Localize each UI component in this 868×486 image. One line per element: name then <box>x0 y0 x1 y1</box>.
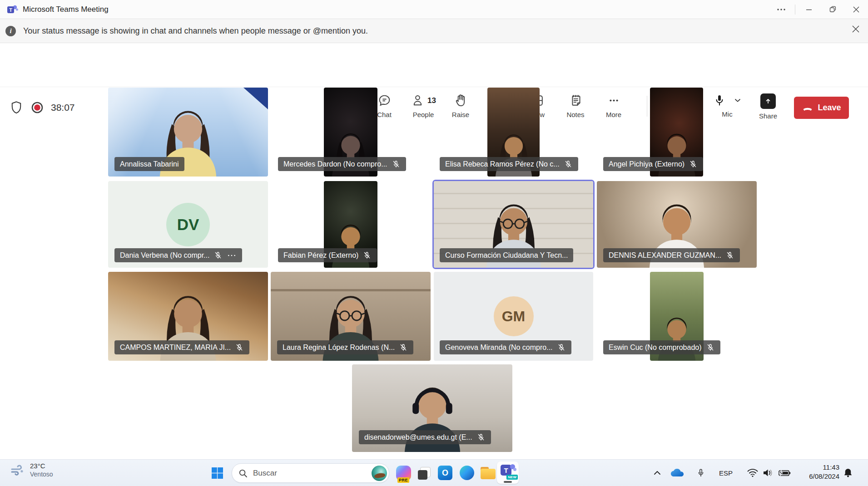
status-banner: i Your status message is showing in chat… <box>0 19 868 43</box>
security-shield-icon[interactable] <box>10 101 23 116</box>
mic-icon <box>713 93 726 107</box>
toolbar-divider <box>647 96 647 117</box>
people-count: 13 <box>427 96 436 105</box>
wind-icon <box>10 463 25 477</box>
onedrive-cloud-icon <box>669 468 684 478</box>
name-pill-curso: Curso Formación Ciudadana Y Tecn... <box>440 248 573 262</box>
close-window-button[interactable] <box>844 0 868 19</box>
windows-logo-icon <box>211 467 223 479</box>
bell-icon <box>843 467 853 478</box>
mic-chevron-down-icon[interactable] <box>734 97 741 103</box>
share-icon <box>760 93 776 109</box>
svg-text:T: T <box>9 7 12 12</box>
notes-icon <box>569 93 583 108</box>
tray-onedrive[interactable] <box>668 464 685 481</box>
wifi-icon <box>747 468 759 478</box>
tray-notifications[interactable] <box>839 464 857 481</box>
tile-more-options-button[interactable] <box>227 251 237 260</box>
mic-off-icon <box>706 343 715 352</box>
teams-meeting-window: T Microsoft Teams Meeting i Your status … <box>0 0 868 486</box>
windows-taskbar <box>0 459 868 486</box>
mic-off-icon <box>213 251 223 260</box>
caret-up-icon <box>653 470 661 476</box>
window-title: Microsoft Teams Meeting <box>23 5 109 14</box>
hangup-phone-icon <box>802 102 813 114</box>
notes-button[interactable]: Notes <box>559 93 592 118</box>
file-explorer-icon <box>481 467 496 479</box>
edge-icon <box>460 466 474 480</box>
banner-close-button[interactable] <box>852 25 860 35</box>
titlebar-more-button[interactable] <box>769 0 793 19</box>
tray-mic-in-use[interactable] <box>692 464 709 481</box>
meeting-toolbar: 38:07 Chat 13 People Raise <box>0 43 868 87</box>
raise-hand-button[interactable]: Raise <box>444 93 477 118</box>
avatar-genoveva: GM <box>494 296 534 336</box>
raise-hand-icon <box>454 93 468 108</box>
tray-wifi[interactable] <box>744 464 761 481</box>
taskbar-copilot-app[interactable]: PRE <box>395 464 412 481</box>
bing-daily-image[interactable] <box>372 466 387 481</box>
name-pill-mercedes: Mercedes Dardon (No compro... <box>278 157 406 171</box>
teams-logo-icon: T <box>6 4 18 15</box>
weather-condition: Ventoso <box>30 471 53 479</box>
meeting-timer: 38:07 <box>51 102 75 113</box>
taskbar-task-view-app[interactable] <box>416 464 433 481</box>
tray-mic-icon <box>696 467 705 478</box>
copilot-pre-badge: PRE <box>397 477 409 483</box>
battery-charging-icon <box>778 468 791 478</box>
task-view-icon <box>417 465 431 481</box>
mic-off-icon <box>235 343 244 352</box>
mic-button[interactable]: Mic <box>704 93 751 118</box>
tray-battery[interactable] <box>776 464 793 481</box>
minimize-button[interactable] <box>797 0 821 19</box>
language-indicator: ESP <box>719 469 733 477</box>
teams-new-badge: NEW <box>506 475 518 480</box>
name-pill-disenadorweb: disenadorweb@umes.edu.gt (E... <box>359 430 491 444</box>
mic-off-icon <box>476 433 486 442</box>
people-icon <box>411 93 425 108</box>
titlebar-divider <box>795 5 795 15</box>
taskbar-teams-app-active[interactable]: T NEW <box>497 461 519 484</box>
leave-button[interactable]: Leave <box>794 97 849 119</box>
mic-off-icon <box>564 160 573 169</box>
tray-time: 11:43 <box>809 463 839 472</box>
teams-running-indicator <box>504 481 512 483</box>
more-dots-icon <box>607 93 621 108</box>
chat-icon <box>377 93 392 108</box>
name-pill-angel: Angel Pichiya (Externo) <box>603 157 703 171</box>
people-button[interactable]: 13 People <box>402 93 445 118</box>
tray-show-hidden-icons[interactable] <box>649 464 666 481</box>
weather-temp: 23°C <box>30 462 53 471</box>
tray-volume[interactable] <box>759 464 777 481</box>
name-pill-dania: Dania Verbena (No compr... <box>114 248 242 262</box>
kas-logo <box>238 88 268 109</box>
info-icon: i <box>5 26 16 36</box>
name-pill-laura: Laura Regina López Rodenas (N... <box>277 340 413 354</box>
start-button[interactable] <box>208 464 226 481</box>
outlook-icon: O <box>438 466 452 480</box>
mic-off-icon <box>689 160 698 169</box>
mic-off-icon <box>392 160 401 169</box>
tray-language-switcher[interactable]: ESP <box>715 464 736 481</box>
search-icon <box>238 469 248 478</box>
avatar-dania: DV <box>166 203 210 246</box>
title-bar: T Microsoft Teams Meeting <box>0 0 868 19</box>
search-box[interactable]: Buscar <box>232 463 389 483</box>
name-pill-elisa: Elisa Rebeca Ramos Pérez (No c... <box>440 157 578 171</box>
mic-off-icon <box>725 251 734 260</box>
taskbar-outlook-app[interactable]: O <box>436 464 454 481</box>
taskbar-edge-app[interactable] <box>458 464 476 481</box>
weather-widget[interactable]: 23°C Ventoso <box>10 462 53 478</box>
tray-date: 6/08/2024 <box>809 472 839 481</box>
name-pill-annalissa: Annalissa Tabarini <box>114 157 184 171</box>
more-button[interactable]: More <box>597 93 630 118</box>
tray-clock[interactable]: 11:43 6/08/2024 <box>809 463 839 481</box>
mic-off-icon <box>362 251 372 260</box>
mic-off-icon <box>399 343 408 352</box>
restore-button[interactable] <box>821 0 844 19</box>
name-pill-eswin: Eswin Cuc (No comprobado) <box>603 340 720 354</box>
mic-off-icon <box>557 343 566 352</box>
taskbar-file-explorer-app[interactable] <box>479 464 496 481</box>
share-button[interactable]: Share <box>752 93 784 120</box>
search-placeholder: Buscar <box>253 469 372 478</box>
